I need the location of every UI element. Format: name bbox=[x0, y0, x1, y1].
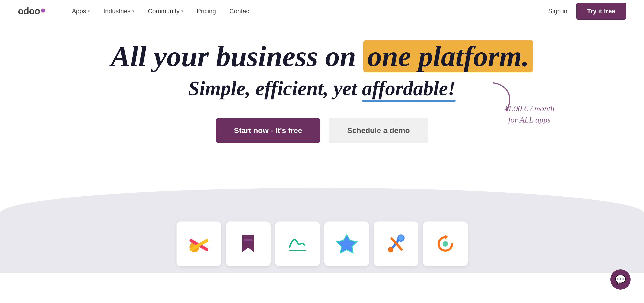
sign-in-link[interactable]: Sign in bbox=[548, 8, 568, 15]
subheadline-part1: Simple, efficient, yet bbox=[188, 77, 357, 100]
headline-highlighted: one platform. bbox=[363, 40, 533, 72]
chevron-down-icon: ▾ bbox=[132, 9, 134, 14]
chat-icon: 💬 bbox=[615, 274, 626, 285]
app-icon-4 bbox=[336, 233, 358, 255]
svg-point-9 bbox=[398, 235, 404, 241]
cta-row: Start now - It's free Schedule a demo bbox=[216, 118, 428, 143]
app-icon-card[interactable] bbox=[324, 222, 369, 266]
headline-part1: All your business on bbox=[111, 40, 356, 72]
nav-label-industries: Industries bbox=[103, 8, 130, 15]
app-icon-card[interactable] bbox=[423, 222, 468, 266]
bottom-section bbox=[0, 170, 644, 273]
nav-label-apps: Apps bbox=[72, 8, 86, 15]
app-icon-6 bbox=[434, 233, 456, 255]
app-icon-card[interactable] bbox=[226, 222, 270, 266]
logo-text: odoo bbox=[18, 6, 40, 16]
svg-point-10 bbox=[388, 248, 393, 252]
app-icon-2 bbox=[237, 233, 260, 255]
nav-item-community[interactable]: Community ▾ bbox=[148, 8, 184, 15]
chevron-down-icon: ▾ bbox=[181, 9, 183, 14]
logo-dot bbox=[41, 8, 45, 12]
navbar: odoo Apps ▾ Industries ▾ Community ▾ Pri… bbox=[0, 0, 644, 22]
try-free-button[interactable]: Try it free bbox=[576, 3, 626, 20]
nav-item-contact[interactable]: Contact bbox=[230, 8, 251, 15]
nav-label-pricing: Pricing bbox=[197, 8, 216, 15]
chevron-down-icon: ▾ bbox=[88, 9, 90, 14]
nav-item-industries[interactable]: Industries ▾ bbox=[103, 8, 134, 15]
app-icon-5 bbox=[385, 233, 407, 255]
app-icon-3 bbox=[286, 233, 309, 255]
nav-label-contact: Contact bbox=[230, 8, 251, 15]
svg-marker-12 bbox=[445, 234, 448, 240]
nav-item-apps[interactable]: Apps ▾ bbox=[72, 8, 90, 15]
hero-subheadline: Simple, efficient, yet affordable! bbox=[188, 77, 456, 100]
arrow-icon bbox=[491, 80, 518, 112]
price-note: 11.90 € / month for ALL apps bbox=[504, 103, 554, 126]
nav-links: Apps ▾ Industries ▾ Community ▾ Pricing … bbox=[72, 8, 548, 15]
schedule-demo-button[interactable]: Schedule a demo bbox=[329, 118, 428, 143]
app-icon-1 bbox=[188, 233, 210, 255]
app-icon-card[interactable] bbox=[176, 222, 221, 266]
app-icon-card[interactable] bbox=[374, 222, 418, 266]
svg-marker-0 bbox=[504, 107, 509, 112]
logo[interactable]: odoo bbox=[18, 6, 45, 16]
chat-bubble[interactable]: 💬 bbox=[610, 270, 630, 290]
hero-section: All your business on one platform. Simpl… bbox=[0, 22, 644, 143]
subheadline-highlighted: affordable! bbox=[362, 77, 456, 100]
svg-point-13 bbox=[442, 241, 448, 246]
nav-label-community: Community bbox=[148, 8, 180, 15]
nav-right: Sign in Try it free bbox=[548, 3, 626, 20]
start-now-button[interactable]: Start now - It's free bbox=[216, 118, 320, 143]
hero-headline: All your business on one platform. bbox=[111, 40, 533, 72]
nav-item-pricing[interactable]: Pricing bbox=[197, 8, 216, 15]
app-icons-row bbox=[176, 222, 468, 266]
svg-rect-4 bbox=[244, 240, 253, 241]
app-icon-card[interactable] bbox=[275, 222, 320, 266]
